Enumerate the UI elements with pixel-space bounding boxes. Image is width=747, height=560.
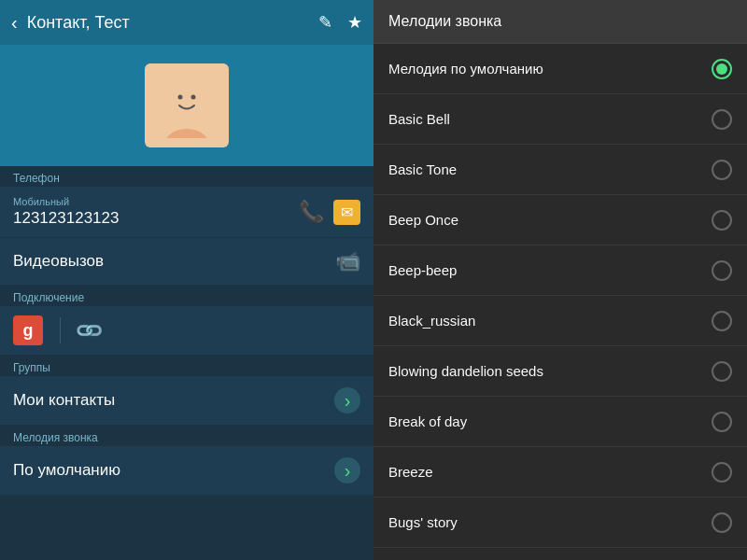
video-call-label[interactable]: Видеовызов [13,252,335,271]
ringtone-list-header: Мелодии звонка [374,0,747,44]
ringtone-row[interactable]: По умолчанию › [0,446,374,496]
svg-point-5 [200,94,207,104]
avatar [145,63,229,147]
ringtone-list-item[interactable]: Blowing dandelion seeds [374,346,747,397]
groups-chevron-icon[interactable]: › [334,387,360,413]
ringtone-value: По умолчанию [13,461,334,480]
ringtone-item-label: Beep Once [388,212,712,228]
radio-button[interactable] [712,361,732,382]
ringtone-item-label: Мелодия по умолчанию [388,61,712,77]
radio-button[interactable] [712,260,732,281]
radio-button[interactable] [712,160,732,180]
ringtone-list-item[interactable]: Basic Tone [374,145,747,195]
google-letter: g [23,321,34,341]
top-bar: ‹ Контакт, Тест ✎ ★ [0,0,374,45]
ringtone-item-label: Breeze [388,464,712,480]
ringtone-item-label: Bugs' story [388,514,712,530]
ringtone-item-label: Basic Bell [388,111,712,127]
ringtone-item-label: Beep-beep [388,262,712,278]
video-row: Видеовызов 📹 [0,238,374,286]
radio-button[interactable] [712,412,732,432]
radio-button[interactable] [712,462,732,483]
video-call-icon[interactable]: 📹 [335,249,360,273]
ringtone-list-item[interactable]: Breeze [374,447,747,497]
svg-point-0 [163,129,210,138]
svg-point-1 [170,82,204,116]
groups-section-label: Группы [0,356,374,376]
contact-title: Контакт, Тест [27,13,309,33]
back-button[interactable]: ‹ [11,12,18,34]
left-panel: ‹ Контакт, Тест ✎ ★ Тел [0,0,374,560]
ringtone-list-item[interactable]: Beep Once [374,195,747,245]
phone-icons: 📞 ✉ [299,200,360,225]
google-icon[interactable]: g [13,315,43,345]
call-button[interactable]: 📞 [299,200,324,224]
phone-number[interactable]: 123123123123 [13,209,299,228]
ringtone-list-item[interactable]: Basic Bell [374,94,747,145]
phone-row: Мобильный 123123123123 📞 ✉ [0,187,374,238]
ringtone-list: Мелодия по умолчаниюBasic BellBasic Tone… [374,44,747,560]
connection-row: g 🔗 [0,306,374,356]
radio-button[interactable] [712,59,732,79]
phone-content: Мобильный 123123123123 [13,196,299,228]
right-panel: Мелодии звонка Мелодия по умолчаниюBasic… [374,0,747,560]
ringtone-item-label: Break of day [388,413,712,429]
radio-button[interactable] [712,512,732,533]
edit-icon[interactable]: ✎ [318,12,332,33]
star-icon[interactable]: ★ [347,12,362,33]
phone-sub-label: Мобильный [13,196,299,207]
ringtone-list-item[interactable]: Beep-beep [374,245,747,296]
connection-section-label: Подключение [0,286,374,306]
groups-row[interactable]: Мои контакты › [0,376,374,426]
avatar-image [154,73,219,138]
groups-value: Мои контакты [13,391,334,410]
svg-point-2 [178,95,183,100]
ringtone-list-item[interactable]: Мелодия по умолчанию [374,44,747,94]
message-button[interactable]: ✉ [333,200,360,225]
ringtone-chevron-icon[interactable]: › [334,457,360,483]
ringtone-section-label: Мелодия звонка [0,426,374,446]
radio-button[interactable] [712,210,732,231]
svg-point-4 [166,94,174,104]
avatar-section [0,45,374,166]
radio-button[interactable] [712,109,732,130]
ringtone-item-label: Basic Tone [388,161,712,177]
ringtone-item-label: Blowing dandelion seeds [388,363,712,379]
svg-point-3 [191,95,196,100]
link-icon[interactable]: 🔗 [73,315,106,347]
ringtone-item-label: Black_russian [388,313,712,329]
top-bar-icons: ✎ ★ [318,12,362,33]
radio-button[interactable] [712,311,732,331]
ringtone-list-item[interactable]: Black_russian [374,296,747,346]
ringtone-list-item[interactable]: Break of day [374,397,747,447]
divider [60,317,61,343]
phone-section-label: Телефон [0,166,374,187]
ringtone-list-item[interactable]: Bugs' story [374,497,747,548]
